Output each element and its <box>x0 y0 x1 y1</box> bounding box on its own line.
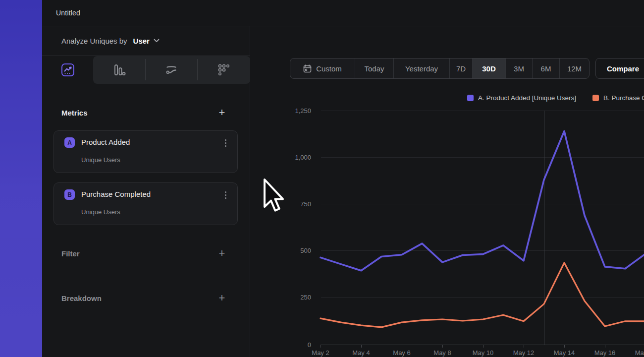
analyze-entity-dropdown[interactable]: User <box>133 37 160 45</box>
tab-bar-chart[interactable] <box>93 56 145 84</box>
analyze-entity-value: User <box>133 37 150 45</box>
chart-type-tabs <box>42 56 250 84</box>
metric-card-a[interactable]: A Product Added Unique Users <box>54 130 238 173</box>
metric-badge-a: A <box>64 137 75 148</box>
tab-retention[interactable] <box>197 56 250 84</box>
metric-card-b[interactable]: B Purchase Completed Unique Users <box>54 182 238 225</box>
metrics-header: Metrics + <box>42 106 250 119</box>
breakdown-title: Breakdown <box>61 294 102 302</box>
retention-icon <box>217 63 230 76</box>
query-sidebar: Analyze Uniques by User <box>42 26 250 357</box>
breakdown-header: Breakdown + <box>42 291 250 305</box>
add-breakdown-button[interactable]: + <box>217 294 226 302</box>
add-filter-button[interactable]: + <box>217 249 226 258</box>
metric-options-button[interactable] <box>220 189 230 200</box>
app-window: Untitled Analyze Uniques by User <box>0 0 644 357</box>
left-gradient-rail <box>0 0 42 357</box>
metric-name: Product Added <box>81 138 130 146</box>
top-bar: Untitled <box>42 0 644 26</box>
tab-flows[interactable] <box>145 56 197 84</box>
filter-title: Filter <box>61 249 80 258</box>
chevron-down-icon <box>154 39 160 43</box>
line-series-plot <box>250 26 644 357</box>
chart-panel: Custom Today Yesterday 7D 30D 3M 6M 12M … <box>250 26 644 357</box>
metric-badge-b: B <box>64 189 75 200</box>
metric-measure: Unique Users <box>81 208 120 216</box>
metric-name: Purchase Completed <box>81 190 151 198</box>
analyze-row: Analyze Uniques by User <box>42 26 250 56</box>
filter-header: Filter + <box>42 246 250 260</box>
metric-measure: Unique Users <box>81 156 120 164</box>
metric-options-button[interactable] <box>220 137 230 148</box>
flows-icon <box>165 63 178 76</box>
add-metric-button[interactable]: + <box>217 108 226 117</box>
metrics-title: Metrics <box>61 109 88 117</box>
tab-line-chart[interactable] <box>42 56 93 84</box>
line-chart-icon <box>61 63 75 77</box>
analyze-label: Analyze Uniques by <box>61 37 127 45</box>
bar-chart-icon <box>113 63 126 76</box>
report-title: Untitled <box>56 9 80 17</box>
